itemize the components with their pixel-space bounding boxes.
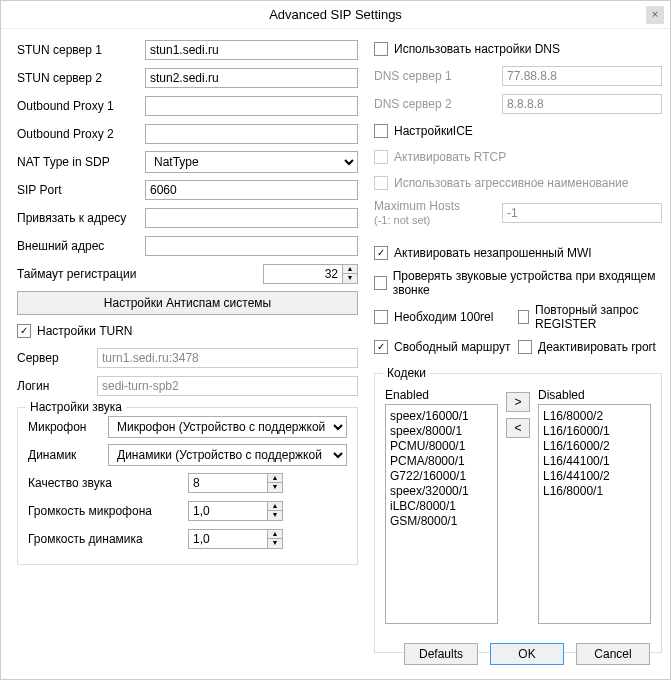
antispam-settings-button[interactable]: Настройки Антиспам системы	[17, 291, 358, 315]
mic-volume-up[interactable]: ▲	[268, 502, 282, 511]
turn-login-input[interactable]	[97, 376, 358, 396]
dns2-label: DNS сервер 2	[374, 97, 502, 111]
stun2-input[interactable]	[145, 68, 358, 88]
outbound-proxy2-input[interactable]	[145, 124, 358, 144]
speaker-volume-down[interactable]: ▼	[268, 539, 282, 548]
ice-label: НастройкиICE	[394, 124, 473, 138]
codec-item[interactable]: L16/8000/2	[543, 409, 646, 424]
title-bar: Advanced SIP Settings ×	[1, 1, 670, 29]
outbound-proxy1-input[interactable]	[145, 96, 358, 116]
codec-item[interactable]: GSM/8000/1	[390, 514, 493, 529]
mic-select[interactable]: Микрофон (Устройство с поддержкой	[108, 416, 347, 438]
codec-item[interactable]: L16/44100/1	[543, 454, 646, 469]
100rel-label: Необходим 100rel	[394, 310, 493, 324]
outbound-proxy2-label: Outbound Proxy 2	[17, 127, 145, 141]
speaker-volume-up[interactable]: ▲	[268, 530, 282, 539]
codec-item[interactable]: L16/16000/1	[543, 424, 646, 439]
sip-port-label: SIP Port	[17, 183, 145, 197]
disable-rport-label: Деактивировать rport	[538, 340, 656, 354]
quality-label: Качество звука	[28, 476, 188, 490]
quality-input[interactable]	[188, 473, 268, 493]
reregister-checkbox[interactable]	[518, 310, 529, 324]
codec-item[interactable]: speex/16000/1	[390, 409, 493, 424]
use-dns-label: Использовать настройки DNS	[394, 42, 560, 56]
codec-item[interactable]: L16/8000/1	[543, 484, 646, 499]
reregister-label: Повторный запрос REGISTER	[535, 303, 662, 331]
100rel-checkbox[interactable]	[374, 310, 388, 324]
nat-type-select[interactable]: NatType	[145, 151, 358, 173]
close-button[interactable]: ×	[646, 6, 664, 24]
disable-rport-checkbox[interactable]	[518, 340, 532, 354]
mwi-checkbox[interactable]	[374, 246, 388, 260]
ice-checkbox[interactable]	[374, 124, 388, 138]
aggressive-checkbox	[374, 176, 388, 190]
check-sound-label: Проверять звуковые устройства при входящ…	[393, 269, 662, 297]
codec-item[interactable]: PCMU/8000/1	[390, 439, 493, 454]
maxhosts-label: Maximum Hosts(-1: not set)	[374, 199, 502, 227]
bind-address-label: Привязать к адресу	[17, 211, 145, 225]
stun1-input[interactable]	[145, 40, 358, 60]
turn-login-label: Логин	[17, 379, 97, 393]
dns1-label: DNS сервер 1	[374, 69, 502, 83]
sound-settings-group: Настройки звука Микрофон Микрофон (Устро…	[17, 407, 358, 565]
codecs-legend: Кодеки	[383, 366, 430, 380]
use-dns-checkbox[interactable]	[374, 42, 388, 56]
quality-up[interactable]: ▲	[268, 474, 282, 483]
speaker-select[interactable]: Динамики (Устройство с поддержкой	[108, 444, 347, 466]
free-route-checkbox[interactable]	[374, 340, 388, 354]
turn-label: Настройки TURN	[37, 324, 133, 338]
enabled-codecs-label: Enabled	[385, 388, 498, 402]
aggressive-label: Использовать агрессивное наименование	[394, 176, 629, 190]
speaker-label: Динамик	[28, 448, 108, 462]
turn-server-input[interactable]	[97, 348, 358, 368]
outbound-proxy1-label: Outbound Proxy 1	[17, 99, 145, 113]
codec-item[interactable]: L16/16000/2	[543, 439, 646, 454]
move-right-button[interactable]: >	[506, 392, 530, 412]
rtcp-label: Активировать RTCP	[394, 150, 506, 164]
mic-label: Микрофон	[28, 420, 108, 434]
codec-item[interactable]: PCMA/8000/1	[390, 454, 493, 469]
codec-item[interactable]: L16/44100/2	[543, 469, 646, 484]
stun2-label: STUN сервер 2	[17, 71, 145, 85]
dns2-input	[502, 94, 662, 114]
ok-button[interactable]: OK	[490, 643, 564, 665]
reg-timeout-label: Таймаут регистрации	[17, 267, 145, 281]
mic-volume-label: Громкость микрофона	[28, 504, 188, 518]
reg-timeout-up[interactable]: ▲	[343, 265, 357, 274]
codec-item[interactable]: G722/16000/1	[390, 469, 493, 484]
codec-item[interactable]: speex/8000/1	[390, 424, 493, 439]
codecs-group: Кодеки Enabled speex/16000/1speex/8000/1…	[374, 373, 662, 653]
cancel-button[interactable]: Cancel	[576, 643, 650, 665]
enabled-codecs-list[interactable]: speex/16000/1speex/8000/1PCMU/8000/1PCMA…	[385, 404, 498, 624]
mic-volume-input[interactable]	[188, 501, 268, 521]
quality-down[interactable]: ▼	[268, 483, 282, 492]
defaults-button[interactable]: Defaults	[404, 643, 478, 665]
mic-volume-down[interactable]: ▼	[268, 511, 282, 520]
maxhosts-input	[502, 203, 662, 223]
rtcp-checkbox	[374, 150, 388, 164]
bind-address-input[interactable]	[145, 208, 358, 228]
reg-timeout-input[interactable]	[263, 264, 343, 284]
codec-item[interactable]: iLBC/8000/1	[390, 499, 493, 514]
sip-port-input[interactable]	[145, 180, 358, 200]
stun1-label: STUN сервер 1	[17, 43, 145, 57]
free-route-label: Свободный маршрут	[394, 340, 510, 354]
speaker-volume-input[interactable]	[188, 529, 268, 549]
nat-type-label: NAT Type in SDP	[17, 155, 145, 169]
move-left-button[interactable]: <	[506, 418, 530, 438]
turn-checkbox[interactable]	[17, 324, 31, 338]
reg-timeout-down[interactable]: ▼	[343, 274, 357, 283]
check-sound-checkbox[interactable]	[374, 276, 387, 290]
turn-server-label: Сервер	[17, 351, 97, 365]
dns1-input	[502, 66, 662, 86]
external-address-label: Внешний адрес	[17, 239, 145, 253]
disabled-codecs-list[interactable]: L16/8000/2L16/16000/1L16/16000/2L16/4410…	[538, 404, 651, 624]
mwi-label: Активировать незапрошенный MWI	[394, 246, 592, 260]
window-title: Advanced SIP Settings	[269, 7, 402, 22]
external-address-input[interactable]	[145, 236, 358, 256]
sound-settings-legend: Настройки звука	[26, 400, 126, 414]
disabled-codecs-label: Disabled	[538, 388, 651, 402]
codec-item[interactable]: speex/32000/1	[390, 484, 493, 499]
speaker-volume-label: Громкость динамика	[28, 532, 188, 546]
